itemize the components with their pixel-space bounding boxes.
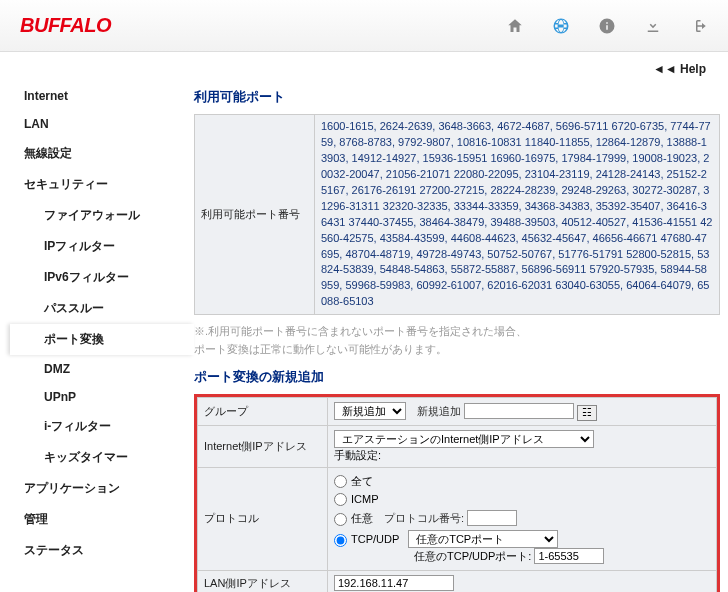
logout-icon[interactable] bbox=[690, 17, 708, 35]
proto-num-label: プロトコル番号: bbox=[384, 512, 464, 524]
home-icon[interactable] bbox=[506, 17, 524, 35]
protocol-label: プロトコル bbox=[198, 467, 328, 571]
tcp-range-label: 任意のTCP/UDPポート: bbox=[414, 550, 531, 562]
nav-status[interactable]: ステータス bbox=[10, 535, 194, 566]
proto-icmp-radio[interactable]: ICMP bbox=[334, 493, 379, 505]
proto-all-radio[interactable]: 全て bbox=[334, 475, 373, 487]
nav-kidstimer[interactable]: キッズタイマー bbox=[10, 442, 194, 473]
nav-ipfilter[interactable]: IPフィルター bbox=[10, 231, 194, 262]
main-content: 利用可能ポート 利用可能ポート番号 1600-1615, 2624-2639, … bbox=[194, 82, 728, 592]
nav-ipv6filter[interactable]: IPv6フィルター bbox=[10, 262, 194, 293]
globe-icon[interactable] bbox=[552, 17, 570, 35]
wan-ip-manual-label: 手動設定: bbox=[334, 449, 381, 461]
available-ports-title: 利用可能ポート bbox=[194, 88, 720, 106]
group-new-label: 新規追加 bbox=[417, 405, 461, 417]
nav-firewall[interactable]: ファイアウォール bbox=[10, 200, 194, 231]
nav-lan[interactable]: LAN bbox=[10, 110, 194, 138]
proto-any-radio[interactable]: 任意 bbox=[334, 512, 373, 524]
form-title: ポート変換の新規追加 bbox=[194, 368, 720, 386]
group-name-input[interactable] bbox=[464, 403, 574, 419]
proto-num-input[interactable] bbox=[467, 510, 517, 526]
lan-ip-label: LAN側IPアドレス bbox=[198, 571, 328, 592]
nav-admin[interactable]: 管理 bbox=[10, 504, 194, 535]
download-icon[interactable] bbox=[644, 17, 662, 35]
brand-logo: BUFFALO bbox=[20, 14, 111, 37]
calendar-icon[interactable]: ☷ bbox=[577, 405, 597, 421]
port-forward-form: グループ 新規追加 新規追加 ☷ Internet側IPアドレス エアステーショ… bbox=[194, 394, 720, 592]
help-link[interactable]: ◄◄ Help bbox=[0, 52, 728, 82]
app-header: BUFFALO bbox=[0, 0, 728, 52]
nav-application[interactable]: アプリケーション bbox=[10, 473, 194, 504]
nav-ifilter[interactable]: i-フィルター bbox=[10, 411, 194, 442]
proto-tcpudp-radio[interactable]: TCP/UDP bbox=[334, 533, 399, 545]
note-text: ※.利用可能ポート番号に含まれないポート番号を指定された場合、 ポート変換は正常… bbox=[194, 323, 720, 358]
note-line1: ※.利用可能ポート番号に含まれないポート番号を指定された場合、 bbox=[194, 325, 527, 337]
sidebar-nav: Internet LAN 無線設定 セキュリティー ファイアウォール IPフィル… bbox=[0, 82, 194, 592]
tcp-port-select[interactable]: 任意のTCPポート bbox=[408, 530, 558, 548]
wan-ip-select[interactable]: エアステーションのInternet側IPアドレス bbox=[334, 430, 594, 448]
ports-header-cell: 利用可能ポート番号 bbox=[195, 115, 315, 315]
nav-portforward[interactable]: ポート変換 bbox=[10, 324, 194, 355]
tcp-range-input[interactable] bbox=[534, 548, 604, 564]
nav-upnp[interactable]: UPnP bbox=[10, 383, 194, 411]
info-icon[interactable] bbox=[598, 17, 616, 35]
nav-dmz[interactable]: DMZ bbox=[10, 355, 194, 383]
nav-security[interactable]: セキュリティー bbox=[10, 169, 194, 200]
ports-list-cell: 1600-1615, 2624-2639, 3648-3663, 4672-46… bbox=[315, 115, 720, 315]
group-select[interactable]: 新規追加 bbox=[334, 402, 406, 420]
note-line2: ポート変換は正常に動作しない可能性があります。 bbox=[194, 343, 447, 355]
group-label: グループ bbox=[198, 398, 328, 425]
lan-ip-input[interactable] bbox=[334, 575, 454, 591]
nav-wireless[interactable]: 無線設定 bbox=[10, 138, 194, 169]
nav-internet[interactable]: Internet bbox=[10, 82, 194, 110]
header-icon-bar bbox=[506, 17, 708, 35]
nav-passthrough[interactable]: パススルー bbox=[10, 293, 194, 324]
wan-ip-label: Internet側IPアドレス bbox=[198, 425, 328, 467]
available-ports-table: 利用可能ポート番号 1600-1615, 2624-2639, 3648-366… bbox=[194, 114, 720, 315]
